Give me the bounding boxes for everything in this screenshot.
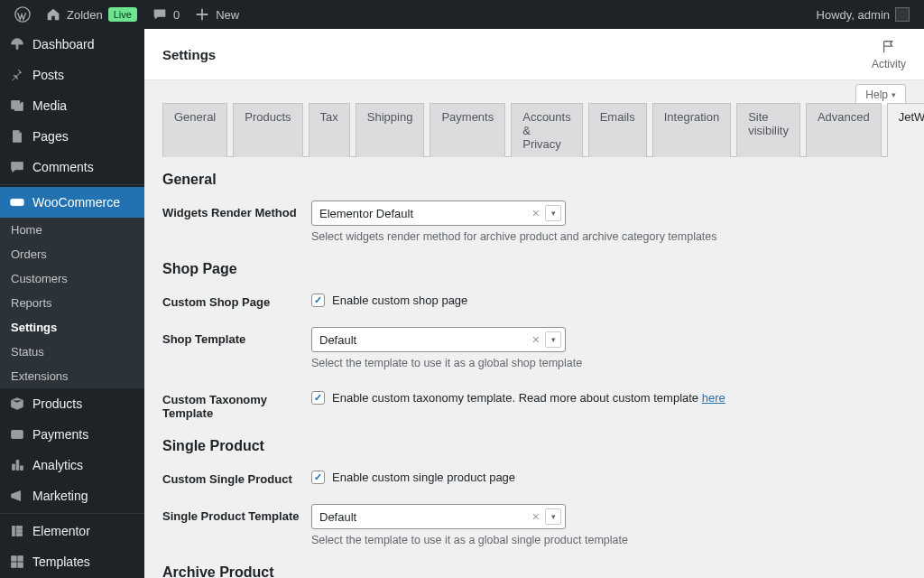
tab-payments[interactable]: Payments — [430, 103, 505, 157]
wordpress-icon — [14, 6, 31, 23]
taxonomy-cb-prefix: Enable custom taxonomy template. Read mo… — [332, 391, 702, 405]
dashboard-icon — [9, 36, 25, 52]
elementor-icon — [9, 523, 25, 539]
site-name-link[interactable]: Zolden Live — [38, 0, 144, 29]
tab-site-visibility[interactable]: Site visibility — [736, 103, 800, 157]
svg-rect-6 — [16, 534, 22, 536]
tab-advanced[interactable]: Advanced — [806, 103, 882, 157]
widgets-render-select[interactable]: Elementor Default × ▾ — [311, 200, 566, 226]
section-heading-archive: Archive Product — [162, 564, 906, 578]
sidebar-item-elementor[interactable]: Elementor — [0, 516, 144, 546]
comment-icon — [9, 159, 25, 175]
howdy-link[interactable]: Howdy, admin — [809, 0, 917, 29]
clear-icon[interactable]: × — [529, 206, 543, 220]
submenu-item-home[interactable]: Home — [0, 218, 144, 242]
woo-icon — [9, 194, 25, 210]
plus-icon — [194, 6, 210, 23]
comments-count: 0 — [173, 8, 180, 22]
sidebar-item-media[interactable]: Media — [0, 90, 144, 121]
section-heading-general: General — [162, 172, 906, 188]
howdy-text: Howdy, admin — [817, 8, 890, 22]
custom-single-checkbox[interactable] — [311, 471, 325, 484]
tab-jetwoobuilder[interactable]: JetWooBuilder — [887, 103, 924, 157]
sidebar-item-dashboard[interactable]: Dashboard — [0, 29, 144, 60]
wp-logo[interactable] — [7, 0, 38, 29]
sidebar-item-analytics[interactable]: Analytics — [0, 450, 144, 480]
sidebar-item-label: Marketing — [32, 489, 88, 503]
sidebar-item-templates[interactable]: Templates — [0, 546, 144, 577]
tab-emails[interactable]: Emails — [588, 103, 647, 157]
tab-integration[interactable]: Integration — [652, 103, 731, 157]
new-label: New — [216, 8, 239, 22]
chevron-down-icon[interactable]: ▾ — [545, 331, 561, 348]
media-icon — [9, 98, 25, 114]
select-value: Default — [319, 333, 356, 347]
help-label: Help — [865, 89, 888, 101]
megaphone-icon — [9, 488, 25, 504]
flag-icon — [881, 39, 897, 55]
sidebar-item-pages[interactable]: Pages — [0, 121, 144, 152]
svg-rect-5 — [16, 530, 22, 533]
sidebar-item-products[interactable]: Products — [0, 388, 144, 419]
sidebar-item-comments[interactable]: Comments — [0, 152, 144, 182]
submenu-item-settings[interactable]: Settings — [0, 315, 144, 340]
box-icon — [9, 396, 25, 412]
taxonomy-link[interactable]: here — [702, 391, 725, 405]
single-template-select[interactable]: Default × ▾ — [311, 504, 566, 529]
widgets-render-desc: Select widgets render method for archive… — [311, 230, 906, 243]
grid-icon — [9, 554, 25, 570]
tab-products[interactable]: Products — [233, 103, 302, 157]
clear-icon[interactable]: × — [529, 509, 543, 524]
submenu-item-reports[interactable]: Reports — [0, 291, 144, 315]
shop-template-select[interactable]: Default × ▾ — [311, 327, 566, 352]
tab-shipping[interactable]: Shipping — [356, 103, 425, 157]
select-value: Elementor Default — [319, 207, 413, 220]
sidebar-item-label: Comments — [32, 160, 94, 174]
taxonomy-label: Custom Taxonomy Template — [162, 387, 311, 420]
avatar — [895, 7, 910, 22]
page-icon — [9, 128, 25, 144]
sidebar-item-marketing[interactable]: Marketing — [0, 480, 144, 511]
sidebar-item-label: Payments — [32, 427, 88, 442]
help-toggle[interactable]: Help — [855, 84, 906, 105]
activity-button[interactable]: Activity — [872, 39, 906, 70]
sidebar-item-label: Elementor — [32, 524, 90, 538]
taxonomy-checkbox[interactable] — [311, 391, 325, 405]
sidebar-item-woocommerce[interactable]: WooCommerce — [0, 187, 144, 218]
site-name: Zolden — [67, 8, 103, 22]
svg-rect-4 — [16, 527, 22, 529]
sidebar-item-payments[interactable]: Payments — [0, 419, 144, 450]
comments-link[interactable]: 0 — [144, 0, 187, 29]
tab-general[interactable]: General — [162, 103, 227, 157]
widgets-render-label: Widgets Render Method — [162, 200, 311, 219]
custom-shop-label: Custom Shop Page — [162, 290, 311, 309]
svg-point-0 — [15, 7, 30, 22]
submenu-item-status[interactable]: Status — [0, 340, 144, 364]
sidebar-item-posts[interactable]: Posts — [0, 60, 144, 90]
submenu-item-extensions[interactable]: Extensions — [0, 364, 144, 388]
sidebar-item-label: Pages — [32, 129, 69, 144]
sidebar-item-label: WooCommerce — [32, 195, 120, 210]
tab-tax[interactable]: Tax — [309, 103, 350, 157]
submenu-item-orders[interactable]: Orders — [0, 242, 144, 266]
chevron-down-icon[interactable]: ▾ — [545, 205, 561, 221]
section-heading-shop: Shop Page — [162, 261, 906, 277]
custom-shop-checkbox[interactable] — [311, 294, 325, 307]
custom-shop-cb-label: Enable custom shop page — [332, 294, 467, 307]
live-badge: Live — [108, 7, 137, 22]
sidebar-item-label: Products — [32, 396, 82, 411]
svg-rect-8 — [18, 556, 23, 561]
woo-submenu: HomeOrdersCustomersReportsSettingsStatus… — [0, 218, 144, 388]
svg-rect-10 — [18, 563, 23, 567]
activity-label: Activity — [872, 58, 906, 70]
svg-rect-2 — [12, 431, 23, 439]
comment-icon — [152, 6, 168, 23]
single-template-desc: Select the template to use it as a globa… — [311, 534, 906, 546]
clear-icon[interactable]: × — [529, 332, 543, 347]
tab-accounts-privacy[interactable]: Accounts & Privacy — [511, 103, 582, 157]
custom-single-cb-label: Enable custom single product page — [332, 471, 515, 484]
submenu-item-customers[interactable]: Customers — [0, 266, 144, 291]
chevron-down-icon[interactable]: ▾ — [545, 508, 561, 525]
svg-rect-9 — [12, 563, 16, 567]
new-content-link[interactable]: New — [187, 0, 246, 29]
